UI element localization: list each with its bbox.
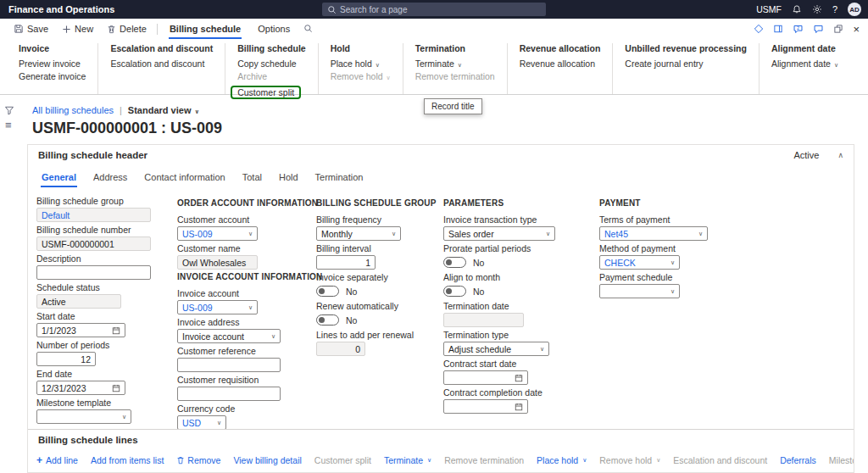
copy-schedule-button[interactable]: Copy schedule	[237, 58, 306, 69]
deferrals-button[interactable]: Deferrals	[780, 455, 816, 465]
view-billing-detail-button[interactable]: View billing detail	[233, 455, 301, 465]
chat-icon[interactable]	[813, 24, 824, 35]
open-in-new-window-icon[interactable]	[833, 24, 843, 34]
new-button[interactable]: New	[55, 19, 100, 39]
tab-address[interactable]: Address	[86, 169, 134, 187]
customer-account-dropdown[interactable]: US-009	[177, 226, 258, 241]
trash-icon	[176, 456, 185, 465]
description-field[interactable]	[36, 265, 151, 280]
tab-total[interactable]: Total	[236, 169, 269, 187]
delete-button[interactable]: Delete	[100, 19, 153, 39]
customer-reference-field[interactable]	[177, 358, 281, 372]
lines-toolbar: Add line Add from items list Remove View…	[28, 450, 854, 470]
tab-billing-schedule[interactable]: Billing schedule	[161, 19, 249, 39]
action-search-icon[interactable]	[298, 21, 318, 36]
calendar-icon[interactable]	[112, 326, 120, 335]
command-bar: Save New Delete Billing schedule Options…	[0, 19, 868, 39]
preview-invoice-button[interactable]: Preview invoice	[19, 58, 86, 69]
company-picker[interactable]: USMF	[756, 4, 782, 14]
create-journal-entry-button[interactable]: Create journal entry	[625, 58, 747, 69]
remove-hold-dropdown: Remove hold	[331, 71, 391, 81]
contract-completion-date-field[interactable]	[443, 399, 528, 414]
field-label: Terms of payment	[599, 214, 726, 225]
gear-icon[interactable]	[812, 4, 822, 14]
field-label: Align to month	[443, 272, 562, 283]
invoice-transaction-type-dropdown[interactable]: Sales order	[443, 226, 555, 241]
milestone-template-dropdown[interactable]	[36, 409, 131, 424]
tab-options[interactable]: Options	[249, 19, 298, 39]
number-of-periods-field[interactable]: 12	[36, 352, 96, 366]
calendar-icon[interactable]	[515, 374, 523, 382]
section-header[interactable]: Billing schedule header Active	[28, 145, 854, 165]
view-selector[interactable]: Standard view	[128, 105, 199, 115]
toggle-knob	[316, 314, 339, 326]
start-date-field[interactable]: 1/1/2023	[36, 323, 125, 337]
ribbon-group-revenue-allocation: Revenue allocation Revenue allocation	[508, 43, 614, 94]
add-from-items-list-button[interactable]: Add from items list	[91, 455, 164, 465]
messages-icon[interactable]: 2	[793, 24, 804, 35]
prorate-partial-periods-toggle[interactable]: No	[443, 255, 562, 270]
tab-general[interactable]: General	[35, 169, 83, 187]
currency-code-dropdown[interactable]: USD	[177, 415, 226, 429]
bell-icon[interactable]	[792, 4, 802, 14]
field-label: Invoice transaction type	[443, 214, 562, 225]
remove-termination-line-button: Remove termination	[444, 455, 524, 465]
contract-start-date-field[interactable]	[443, 370, 528, 385]
all-billing-schedules-link[interactable]: All billing schedules	[32, 105, 114, 115]
field-label: Billing schedule number	[36, 225, 170, 236]
customer-split-button[interactable]: Customer split	[231, 86, 301, 99]
alignment-date-dropdown[interactable]: Alignment date	[771, 58, 838, 69]
billing-frequency-dropdown[interactable]: Monthly	[316, 226, 401, 241]
close-icon[interactable]: ×	[853, 24, 860, 35]
place-hold-dropdown[interactable]: Place hold	[331, 58, 391, 69]
add-line-button[interactable]: Add line	[36, 454, 78, 466]
billing-interval-field[interactable]: 1	[316, 255, 376, 270]
revenue-allocation-button[interactable]: Revenue allocation	[520, 58, 601, 69]
button-label: Escalation and discount	[673, 455, 767, 465]
payment-schedule-dropdown[interactable]	[599, 284, 680, 298]
button-label: Milestone allocation	[829, 455, 854, 465]
schedule-status-field[interactable]: Active	[36, 294, 121, 309]
filter-icon[interactable]	[4, 105, 14, 115]
save-button[interactable]: Save	[7, 19, 55, 39]
end-date-field[interactable]: 12/31/2023	[36, 381, 125, 395]
terminate-line-dropdown[interactable]: Terminate	[384, 455, 431, 465]
calendar-icon[interactable]	[515, 403, 523, 411]
method-of-payment-dropdown[interactable]: CHECK	[599, 255, 680, 270]
customer-name-field[interactable]: Owl Wholesales	[177, 255, 258, 270]
calendar-icon[interactable]	[112, 384, 120, 392]
pane-toggle-icon[interactable]	[5, 119, 12, 131]
invoice-address-dropdown[interactable]: Invoice account	[177, 329, 281, 343]
align-to-month-toggle[interactable]: No	[443, 284, 562, 298]
sidepane-icon[interactable]	[773, 24, 783, 34]
place-hold-line-dropdown[interactable]: Place hold	[537, 455, 587, 465]
tab-hold[interactable]: Hold	[272, 169, 305, 187]
app-title[interactable]: Finance and Operations	[8, 4, 114, 14]
section-payment: PAYMENT	[599, 198, 726, 208]
remove-button[interactable]: Remove	[176, 455, 220, 465]
renew-automatically-toggle[interactable]: No	[316, 313, 420, 327]
search-input[interactable]	[340, 5, 526, 14]
billing-schedule-lines-header[interactable]: Billing schedule lines	[28, 429, 854, 450]
escalation-and-discount-button[interactable]: Escalation and discount	[110, 58, 213, 69]
invoice-separately-toggle[interactable]: No	[316, 284, 420, 298]
search-icon	[327, 5, 337, 14]
button-label: Customer split	[314, 455, 371, 465]
avatar[interactable]: AD	[848, 3, 861, 16]
terms-of-payment-dropdown[interactable]: Net45	[599, 226, 708, 241]
collapse-chevron-icon[interactable]	[837, 151, 843, 159]
billing-schedule-group-field[interactable]: Default	[36, 208, 151, 222]
customer-requisition-field[interactable]	[177, 387, 281, 401]
help-icon[interactable]: ?	[832, 4, 837, 14]
field-label: Lines to add per renewal	[316, 330, 420, 341]
terminate-dropdown[interactable]: Terminate	[415, 58, 495, 69]
billing-schedule-number-field[interactable]: USMF-000000001	[36, 236, 151, 251]
global-search[interactable]	[322, 3, 546, 16]
personalization-icon[interactable]	[754, 24, 764, 34]
generate-invoice-button[interactable]: Generate invoice	[19, 71, 86, 81]
termination-type-dropdown[interactable]: Adjust schedule	[443, 342, 549, 356]
tab-contact-information[interactable]: Contact information	[137, 169, 231, 187]
invoice-account-dropdown[interactable]: US-009	[177, 300, 258, 314]
tab-termination[interactable]: Termination	[309, 169, 370, 187]
svg-text:2: 2	[797, 25, 799, 30]
